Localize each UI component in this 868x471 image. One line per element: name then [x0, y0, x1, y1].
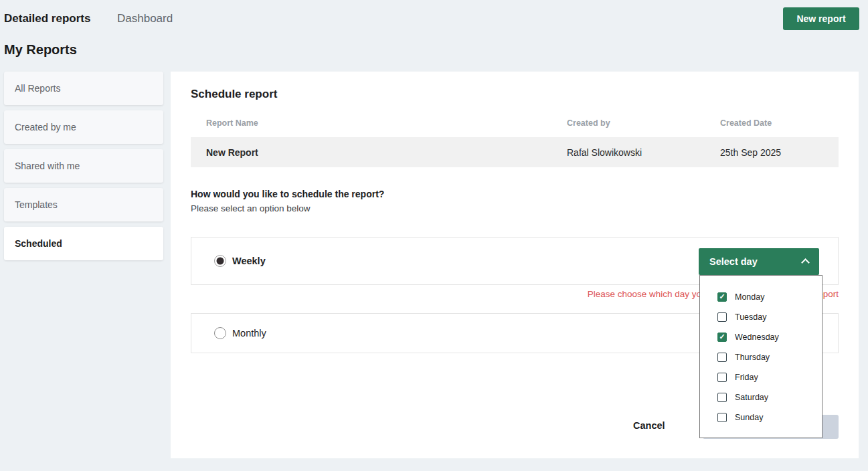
column-header-created-by: Created by — [567, 118, 610, 128]
day-label: Friday — [735, 373, 758, 382]
monthly-radio[interactable] — [214, 327, 226, 339]
day-option-tuesday[interactable]: Tuesday — [700, 307, 822, 327]
select-day-label: Select day — [709, 256, 758, 267]
sidebar-item-templates[interactable]: Templates — [4, 188, 163, 221]
day-option-sunday[interactable]: Sunday — [700, 407, 822, 428]
day-label: Thursday — [735, 353, 770, 362]
day-label: Tuesday — [735, 312, 766, 322]
day-option-friday[interactable]: Friday — [700, 367, 822, 387]
day-option-monday[interactable]: Monday — [700, 287, 822, 307]
checkbox-checked-icon[interactable] — [717, 292, 727, 302]
checkbox-icon[interactable] — [717, 373, 727, 382]
tab-detailed-reports[interactable]: Detailed reports — [4, 12, 90, 25]
checkbox-icon[interactable] — [717, 312, 727, 322]
checkbox-icon[interactable] — [717, 393, 727, 402]
day-label: Monday — [735, 292, 764, 302]
tab-dashboard[interactable]: Dashboard — [117, 12, 173, 25]
created-date-cell: 25th Sep 2025 — [720, 147, 781, 158]
new-report-button[interactable]: New report — [783, 7, 859, 30]
chevron-up-icon — [801, 258, 810, 267]
column-header-created-date: Created Date — [720, 118, 772, 128]
checkbox-icon[interactable] — [717, 353, 727, 362]
weekly-option-label: Weekly — [232, 256, 266, 266]
schedule-hint: Please select an option below — [191, 203, 311, 213]
monthly-option-label: Monthly — [232, 328, 266, 339]
page-title: My Reports — [4, 42, 77, 58]
weekly-radio[interactable] — [214, 255, 226, 267]
day-label: Wednesday — [735, 333, 779, 342]
cancel-button[interactable]: Cancel — [633, 420, 665, 431]
sidebar-item-shared-with-me[interactable]: Shared with me — [4, 149, 163, 183]
sidebar-item-scheduled[interactable]: Scheduled — [4, 227, 163, 260]
schedule-question: How would you like to schedule the repor… — [191, 189, 384, 199]
day-select-dropdown: Monday Tuesday Wednesday Thursday Friday… — [699, 275, 822, 438]
sidebar-item-all-reports[interactable]: All Reports — [4, 72, 163, 105]
day-option-thursday[interactable]: Thursday — [700, 347, 822, 367]
checkbox-checked-icon[interactable] — [717, 333, 727, 342]
sidebar-item-created-by-me[interactable]: Created by me — [4, 110, 163, 144]
report-name-cell: New Report — [206, 147, 258, 158]
sidebar: All Reports Created by me Shared with me… — [4, 72, 163, 266]
column-header-report-name: Report Name — [206, 118, 258, 128]
page: Detailed reports Dashboard New report My… — [0, 0, 868, 471]
panel-title: Schedule report — [191, 88, 277, 101]
day-label: Saturday — [735, 393, 768, 402]
select-day-button[interactable]: Select day — [699, 248, 819, 275]
day-option-wednesday[interactable]: Wednesday — [700, 327, 822, 347]
created-by-cell: Rafal Slowikowski — [567, 147, 642, 158]
day-label: Sunday — [735, 413, 763, 422]
checkbox-icon[interactable] — [717, 413, 727, 422]
day-option-saturday[interactable]: Saturday — [700, 387, 822, 407]
